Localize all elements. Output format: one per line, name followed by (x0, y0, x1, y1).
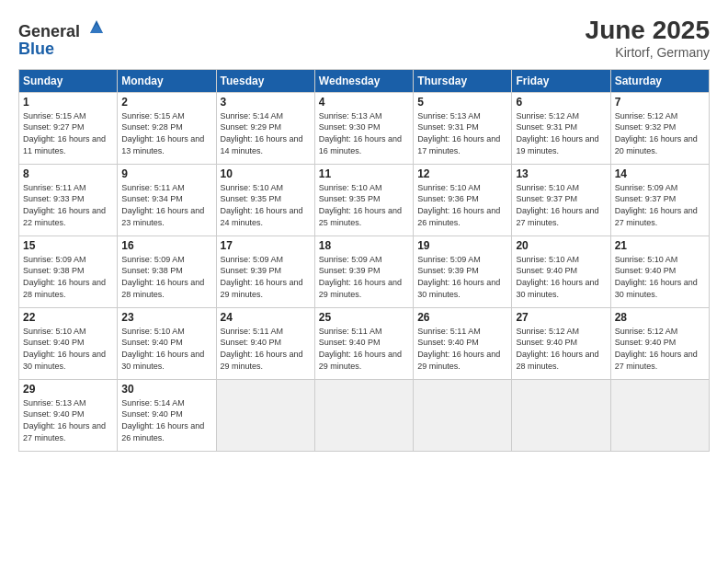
page: General Blue June 2025 Kirtorf, Germany … (0, 0, 728, 563)
calendar-cell (512, 379, 610, 451)
day-number: 14 (615, 167, 705, 180)
day-info: Sunrise: 5:11 AM Sunset: 9:34 PM Dayligh… (121, 182, 211, 228)
title-block: June 2025 Kirtorf, Germany (586, 17, 710, 60)
day-number: 8 (23, 167, 113, 180)
day-info: Sunrise: 5:11 AM Sunset: 9:40 PM Dayligh… (417, 326, 507, 372)
logo-icon (86, 17, 107, 37)
calendar-cell: 12Sunrise: 5:10 AM Sunset: 9:36 PM Dayli… (414, 164, 512, 236)
calendar-cell: 26Sunrise: 5:11 AM Sunset: 9:40 PM Dayli… (414, 307, 512, 379)
calendar-cell: 30Sunrise: 5:14 AM Sunset: 9:40 PM Dayli… (118, 379, 216, 451)
page-title: June 2025 (586, 17, 710, 45)
calendar-cell: 10Sunrise: 5:10 AM Sunset: 9:35 PM Dayli… (216, 164, 314, 236)
weekday-sunday: Sunday (19, 69, 118, 92)
day-number: 13 (516, 167, 606, 180)
day-info: Sunrise: 5:14 AM Sunset: 9:29 PM Dayligh… (221, 110, 311, 156)
logo-blue: Blue (18, 40, 54, 58)
calendar-week-1: 1Sunrise: 5:15 AM Sunset: 9:27 PM Daylig… (19, 92, 710, 164)
calendar-cell: 7Sunrise: 5:12 AM Sunset: 9:32 PM Daylig… (610, 92, 709, 164)
calendar-header: Sunday Monday Tuesday Wednesday Thursday… (19, 69, 710, 92)
day-number: 19 (417, 239, 507, 252)
calendar-cell (610, 379, 709, 451)
calendar-cell (414, 379, 512, 451)
calendar-cell: 25Sunrise: 5:11 AM Sunset: 9:40 PM Dayli… (314, 307, 413, 379)
calendar-cell: 3Sunrise: 5:14 AM Sunset: 9:29 PM Daylig… (216, 92, 314, 164)
calendar-cell: 16Sunrise: 5:09 AM Sunset: 9:38 PM Dayli… (118, 236, 216, 307)
day-info: Sunrise: 5:10 AM Sunset: 9:37 PM Dayligh… (516, 182, 606, 228)
day-info: Sunrise: 5:10 AM Sunset: 9:35 PM Dayligh… (221, 182, 311, 228)
day-number: 12 (417, 167, 507, 180)
weekday-friday: Friday (512, 69, 610, 92)
weekday-thursday: Thursday (414, 69, 512, 92)
calendar-cell: 18Sunrise: 5:09 AM Sunset: 9:39 PM Dayli… (314, 236, 413, 307)
svg-marker-1 (90, 24, 103, 33)
day-number: 2 (121, 96, 211, 109)
calendar-cell (314, 379, 413, 451)
calendar-cell: 29Sunrise: 5:13 AM Sunset: 9:40 PM Dayli… (19, 379, 118, 451)
day-number: 25 (319, 311, 409, 324)
day-info: Sunrise: 5:10 AM Sunset: 9:40 PM Dayligh… (516, 254, 606, 300)
day-info: Sunrise: 5:10 AM Sunset: 9:35 PM Dayligh… (319, 182, 409, 228)
day-info: Sunrise: 5:12 AM Sunset: 9:40 PM Dayligh… (615, 326, 705, 372)
day-info: Sunrise: 5:10 AM Sunset: 9:40 PM Dayligh… (121, 326, 211, 372)
day-info: Sunrise: 5:14 AM Sunset: 9:40 PM Dayligh… (121, 397, 211, 443)
logo-row: General (18, 17, 107, 40)
day-number: 11 (319, 167, 409, 180)
day-number: 6 (516, 96, 606, 109)
calendar-cell: 21Sunrise: 5:10 AM Sunset: 9:40 PM Dayli… (610, 236, 709, 307)
calendar-cell: 24Sunrise: 5:11 AM Sunset: 9:40 PM Dayli… (216, 307, 314, 379)
calendar-cell: 17Sunrise: 5:09 AM Sunset: 9:39 PM Dayli… (216, 236, 314, 307)
day-number: 22 (23, 311, 113, 324)
day-info: Sunrise: 5:09 AM Sunset: 9:38 PM Dayligh… (121, 254, 211, 300)
calendar-cell: 20Sunrise: 5:10 AM Sunset: 9:40 PM Dayli… (512, 236, 610, 307)
logo-general: General (18, 22, 80, 40)
day-number: 24 (221, 311, 311, 324)
calendar-week-3: 15Sunrise: 5:09 AM Sunset: 9:38 PM Dayli… (19, 236, 710, 307)
day-info: Sunrise: 5:15 AM Sunset: 9:28 PM Dayligh… (121, 110, 211, 156)
calendar-body: 1Sunrise: 5:15 AM Sunset: 9:27 PM Daylig… (19, 92, 710, 451)
calendar-cell: 9Sunrise: 5:11 AM Sunset: 9:34 PM Daylig… (118, 164, 216, 236)
calendar-cell: 1Sunrise: 5:15 AM Sunset: 9:27 PM Daylig… (19, 92, 118, 164)
calendar-week-5: 29Sunrise: 5:13 AM Sunset: 9:40 PM Dayli… (19, 379, 710, 451)
weekday-row: Sunday Monday Tuesday Wednesday Thursday… (19, 69, 710, 92)
day-info: Sunrise: 5:09 AM Sunset: 9:39 PM Dayligh… (417, 254, 507, 300)
day-info: Sunrise: 5:10 AM Sunset: 9:40 PM Dayligh… (23, 326, 113, 372)
day-info: Sunrise: 5:12 AM Sunset: 9:32 PM Dayligh… (615, 110, 705, 156)
page-subtitle: Kirtorf, Germany (586, 45, 710, 60)
logo-text: General (18, 17, 107, 40)
calendar-cell: 22Sunrise: 5:10 AM Sunset: 9:40 PM Dayli… (19, 307, 118, 379)
calendar-week-4: 22Sunrise: 5:10 AM Sunset: 9:40 PM Dayli… (19, 307, 710, 379)
day-number: 1 (23, 96, 113, 109)
day-info: Sunrise: 5:13 AM Sunset: 9:40 PM Dayligh… (23, 397, 113, 443)
logo: General Blue (18, 17, 107, 58)
day-info: Sunrise: 5:12 AM Sunset: 9:31 PM Dayligh… (516, 110, 606, 156)
calendar-cell: 4Sunrise: 5:13 AM Sunset: 9:30 PM Daylig… (314, 92, 413, 164)
calendar-cell: 5Sunrise: 5:13 AM Sunset: 9:31 PM Daylig… (414, 92, 512, 164)
calendar-cell: 19Sunrise: 5:09 AM Sunset: 9:39 PM Dayli… (414, 236, 512, 307)
day-number: 21 (615, 239, 705, 252)
day-info: Sunrise: 5:11 AM Sunset: 9:40 PM Dayligh… (319, 326, 409, 372)
day-info: Sunrise: 5:12 AM Sunset: 9:40 PM Dayligh… (516, 326, 606, 372)
calendar-week-2: 8Sunrise: 5:11 AM Sunset: 9:33 PM Daylig… (19, 164, 710, 236)
calendar-cell: 13Sunrise: 5:10 AM Sunset: 9:37 PM Dayli… (512, 164, 610, 236)
day-number: 27 (516, 311, 606, 324)
calendar-table: Sunday Monday Tuesday Wednesday Thursday… (18, 69, 710, 452)
calendar-cell: 15Sunrise: 5:09 AM Sunset: 9:38 PM Dayli… (19, 236, 118, 307)
day-number: 28 (615, 311, 705, 324)
weekday-monday: Monday (118, 69, 216, 92)
day-info: Sunrise: 5:09 AM Sunset: 9:39 PM Dayligh… (319, 254, 409, 300)
weekday-wednesday: Wednesday (314, 69, 413, 92)
day-info: Sunrise: 5:11 AM Sunset: 9:40 PM Dayligh… (221, 326, 311, 372)
day-number: 16 (121, 239, 211, 252)
day-number: 17 (221, 239, 311, 252)
calendar-cell: 27Sunrise: 5:12 AM Sunset: 9:40 PM Dayli… (512, 307, 610, 379)
day-info: Sunrise: 5:15 AM Sunset: 9:27 PM Dayligh… (23, 110, 113, 156)
day-number: 23 (121, 311, 211, 324)
day-number: 3 (221, 96, 311, 109)
day-number: 7 (615, 96, 705, 109)
day-info: Sunrise: 5:13 AM Sunset: 9:30 PM Dayligh… (319, 110, 409, 156)
day-info: Sunrise: 5:09 AM Sunset: 9:39 PM Dayligh… (221, 254, 311, 300)
calendar-cell (216, 379, 314, 451)
calendar-cell: 28Sunrise: 5:12 AM Sunset: 9:40 PM Dayli… (610, 307, 709, 379)
day-number: 18 (319, 239, 409, 252)
day-info: Sunrise: 5:11 AM Sunset: 9:33 PM Dayligh… (23, 182, 113, 228)
